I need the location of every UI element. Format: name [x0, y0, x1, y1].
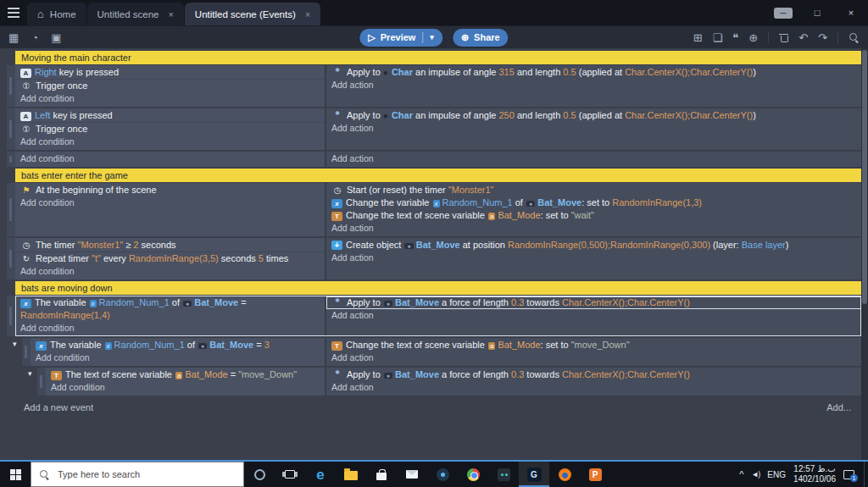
- mail-button[interactable]: [397, 462, 427, 487]
- event-drag-handle[interactable]: [7, 152, 15, 167]
- conditions-cell[interactable]: ARight key is pressed①Trigger onceAdd co…: [15, 65, 325, 107]
- action-line[interactable]: +Create object ●Bat_Move at position Ran…: [326, 239, 861, 252]
- add-condition-link[interactable]: Add condition: [15, 92, 325, 105]
- conditions-cell[interactable]: ALeft key is pressed①Trigger onceAdd con…: [15, 108, 325, 150]
- gdevelop-button[interactable]: G: [519, 462, 549, 487]
- add-more-link[interactable]: Add...: [826, 402, 851, 412]
- minimize-button[interactable]: ─: [766, 0, 800, 25]
- action-line[interactable]: TChange the text of scene variable aBat_…: [326, 339, 861, 351]
- condition-line[interactable]: xThe variable xRandom_Num_1 of ●Bat_Move…: [15, 296, 325, 322]
- tab-untitled-scene-events[interactable]: Untitled scene (Events) ×: [185, 3, 320, 25]
- event-drag-handle[interactable]: [7, 65, 15, 107]
- condition-line[interactable]: TThe text of scene variable aBat_Mode = …: [46, 368, 325, 381]
- condition-line[interactable]: ◷The timer "Monster1" ≥ 2 seconds: [15, 239, 325, 252]
- condition-line[interactable]: ①Trigger once: [15, 122, 325, 136]
- add-event-icon[interactable]: ⊞: [693, 31, 703, 44]
- add-action-link[interactable]: Add action: [326, 381, 861, 394]
- conditions-cell[interactable]: ⚑At the beginning of the sceneAdd condit…: [15, 183, 325, 236]
- collapse-caret-icon[interactable]: ▾: [28, 369, 32, 378]
- redo-icon[interactable]: ↷: [818, 31, 827, 44]
- comment-bar[interactable]: bats enter enter the game: [15, 169, 861, 182]
- event-drag-handle[interactable]: [7, 296, 15, 336]
- condition-line[interactable]: xThe variable xRandom_Num_1 of ●Bat_Move…: [31, 339, 325, 351]
- language-indicator[interactable]: ENG: [767, 470, 786, 479]
- task-view-button[interactable]: [275, 462, 305, 487]
- scrollbar-thumb[interactable]: [862, 50, 867, 304]
- close-icon[interactable]: ×: [168, 9, 173, 19]
- condition-line[interactable]: ARight key is pressed: [15, 66, 325, 79]
- trash-icon[interactable]: [779, 32, 788, 43]
- taskbar-search-input[interactable]: Type here to search: [31, 462, 244, 487]
- add-action-link[interactable]: Add action: [326, 351, 861, 364]
- search-icon[interactable]: [849, 32, 860, 43]
- add-condition-link[interactable]: Add condition: [15, 196, 325, 209]
- layout-icon[interactable]: ▦: [8, 31, 19, 44]
- media-player-button[interactable]: [427, 462, 458, 487]
- actions-cell[interactable]: *Apply to ●Bat_Move a force of length 0.…: [325, 296, 861, 336]
- actions-cell[interactable]: ◷Start (or reset) the timer "Monster1"xC…: [325, 183, 861, 236]
- notification-icon[interactable]: 1: [843, 470, 854, 479]
- start-button[interactable]: [0, 462, 31, 487]
- condition-line[interactable]: ①Trigger once: [15, 79, 325, 92]
- add-action-link[interactable]: Add action: [326, 222, 861, 235]
- action-line[interactable]: ◷Start (or reset) the timer "Monster1": [326, 184, 861, 196]
- chrome-button[interactable]: [458, 462, 488, 487]
- add-circle-icon[interactable]: ⊕: [748, 31, 758, 44]
- add-new-event-link[interactable]: Add a new event: [24, 402, 93, 412]
- scene-image-icon[interactable]: ▣: [51, 31, 61, 44]
- comment-bar[interactable]: Moving the main character: [15, 51, 861, 64]
- conditions-cell[interactable]: xThe variable xRandom_Num_1 of ●Bat_Move…: [15, 296, 325, 336]
- add-action-link[interactable]: Add action: [326, 79, 861, 91]
- tab-home[interactable]: ⌂ Home: [27, 3, 86, 25]
- event-drag-handle[interactable]: [22, 338, 31, 366]
- menu-icon[interactable]: [0, 0, 27, 25]
- actions-cell[interactable]: Add action: [325, 152, 861, 167]
- add-action-link[interactable]: Add action: [326, 152, 861, 165]
- volume-icon[interactable]: ◄): [751, 470, 760, 479]
- add-action-link[interactable]: Add action: [326, 309, 861, 322]
- add-condition-link[interactable]: Add condition: [15, 265, 325, 278]
- add-comment-icon[interactable]: ❝: [732, 31, 738, 44]
- conditions-cell[interactable]: Add condition: [15, 152, 325, 167]
- tab-untitled-scene[interactable]: Untitled scene ×: [87, 3, 184, 25]
- action-line[interactable]: TChange the text of scene variable aBat_…: [326, 209, 861, 222]
- photo-app-button[interactable]: P: [580, 462, 610, 487]
- maximize-button[interactable]: □: [800, 0, 834, 25]
- edge-app-button[interactable]: e: [305, 462, 336, 487]
- add-condition-link[interactable]: Add condition: [15, 322, 325, 335]
- condition-line[interactable]: ALeft key is pressed: [15, 109, 325, 122]
- file-explorer-button[interactable]: [336, 462, 366, 487]
- cortana-button[interactable]: [244, 462, 275, 487]
- condition-line[interactable]: ↻Repeat timer "t" every RandomInRange(3,…: [15, 252, 325, 265]
- preview-button[interactable]: ▷ Preview ▾: [359, 29, 442, 47]
- close-button[interactable]: ×: [834, 0, 868, 25]
- dark-app-button[interactable]: [488, 462, 519, 487]
- action-line[interactable]: *Apply to ● Char an impulse of angle 315…: [326, 66, 861, 79]
- actions-cell[interactable]: +Create object ●Bat_Move at position Ran…: [325, 238, 861, 279]
- event-drag-handle[interactable]: [7, 108, 15, 150]
- add-condition-link[interactable]: Add condition: [31, 351, 325, 364]
- action-line[interactable]: *Apply to ● Char an impulse of angle 250…: [326, 109, 861, 122]
- action-line[interactable]: *Apply to ●Bat_Move a force of length 0.…: [326, 368, 861, 381]
- conditions-cell[interactable]: xThe variable xRandom_Num_1 of ●Bat_Move…: [31, 338, 325, 366]
- vertical-scrollbar[interactable]: [861, 48, 868, 460]
- add-condition-link[interactable]: Add condition: [15, 152, 325, 165]
- chevron-up-icon[interactable]: ^: [739, 469, 743, 479]
- clock[interactable]: 12:57 ب.ظ 1402/10/06: [793, 464, 836, 484]
- chevron-down-icon[interactable]: ▾: [430, 33, 434, 42]
- add-condition-link[interactable]: Add condition: [15, 136, 325, 148]
- comment-bar[interactable]: bats are moving down: [15, 281, 861, 295]
- event-drag-handle[interactable]: [7, 238, 15, 279]
- actions-cell[interactable]: *Apply to ●Bat_Move a force of length 0.…: [325, 368, 861, 396]
- event-drag-handle[interactable]: [37, 368, 46, 396]
- store-button[interactable]: [366, 462, 397, 487]
- add-subevent-icon[interactable]: ❏: [713, 31, 723, 44]
- firefox-button[interactable]: [549, 462, 580, 487]
- event-drag-handle[interactable]: [7, 183, 15, 236]
- add-action-link[interactable]: Add action: [326, 252, 861, 264]
- collapse-caret-icon[interactable]: ▾: [13, 340, 17, 348]
- close-icon[interactable]: ×: [305, 9, 310, 19]
- conditions-cell[interactable]: TThe text of scene variable aBat_Mode = …: [46, 368, 325, 396]
- add-condition-link[interactable]: Add condition: [46, 381, 325, 394]
- undo-icon[interactable]: ↶: [798, 31, 808, 44]
